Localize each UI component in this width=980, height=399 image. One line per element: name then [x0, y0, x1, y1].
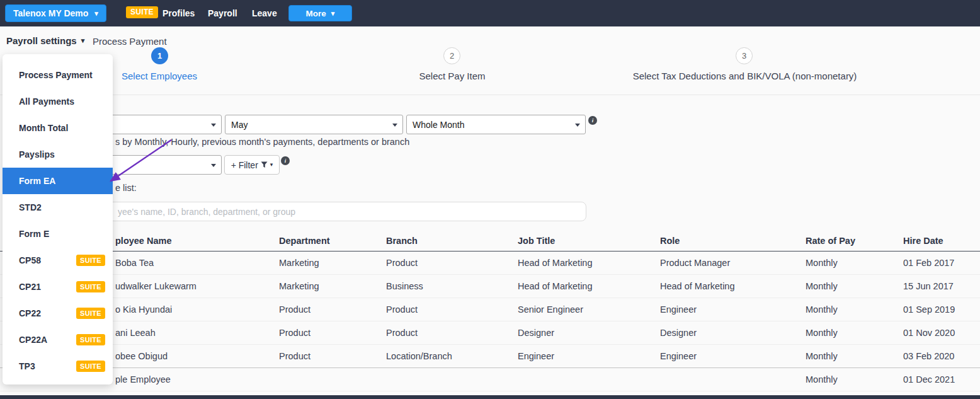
table-cell: 15 Jun 2017	[894, 281, 980, 291]
filter-button-label: + Filter	[231, 160, 258, 170]
menu-item-process-payment[interactable]: Process Payment	[3, 62, 113, 88]
table-cell: 01 Sep 2019	[894, 304, 980, 315]
table-cell: Engineer	[508, 351, 651, 361]
employee-row[interactable]: o Kia Hyundai Product Product Senior Eng…	[0, 298, 980, 321]
column-header-department: Department	[270, 236, 377, 246]
table-cell: Monthly	[796, 258, 894, 268]
menu-item-label: CP22A	[19, 335, 47, 345]
employee-row[interactable]: obee Obigud Product Location/Branch Engi…	[0, 345, 980, 368]
add-filter-button[interactable]: + Filter ▾	[224, 155, 280, 175]
table-cell: Monthly	[796, 328, 894, 338]
employee-row[interactable]: Boba Tea Marketing Product Head of Marke…	[0, 252, 980, 275]
employee-search-input[interactable]	[94, 202, 586, 221]
menu-item-cp21[interactable]: CP21SUITE	[3, 274, 113, 300]
info-icon[interactable]: i	[281, 156, 290, 165]
menu-item-label: CP22	[19, 308, 41, 318]
menu-item-label: TP3	[19, 361, 35, 371]
menu-item-form-e[interactable]: Form E	[3, 221, 113, 247]
select-value: May	[231, 120, 248, 130]
dropdown-arrow-icon	[575, 124, 580, 127]
employee-list-label: e list:	[115, 183, 137, 193]
employee-row[interactable]: ple Employee Monthly 01 Dec 2021	[0, 368, 980, 391]
table-cell: Product	[377, 328, 508, 338]
nav-profiles[interactable]: Profiles	[162, 8, 195, 18]
menu-item-label: All Payments	[19, 96, 74, 107]
table-cell: Monthly	[796, 304, 894, 315]
nav-leave[interactable]: Leave	[252, 8, 277, 18]
payroll-settings-dropdown[interactable]: Payroll settings ▾	[6, 35, 84, 46]
table-cell: Marketing	[270, 281, 377, 291]
table-cell: Monthly	[796, 374, 894, 385]
chevron-down-icon: ▾	[94, 10, 98, 17]
suite-badge: SUITE	[76, 255, 105, 266]
table-cell: 01 Feb 2017	[894, 258, 980, 268]
menu-item-form-ea[interactable]: Form EA	[3, 168, 113, 194]
table-cell: Product Manager	[651, 258, 796, 268]
month-select[interactable]: May	[225, 115, 403, 134]
table-cell: Location/Branch	[377, 351, 508, 361]
column-header-branch: Branch	[377, 236, 508, 246]
table-cell: Designer	[508, 328, 651, 338]
table-cell: Product	[270, 328, 377, 338]
menu-item-cp22[interactable]: CP22SUITE	[3, 300, 113, 327]
payroll-settings-label: Payroll settings	[6, 35, 77, 46]
suite-badge: SUITE	[76, 361, 105, 372]
menu-item-all-payments[interactable]: All Payments	[3, 88, 113, 115]
employee-table: ployee Name Department Branch Job Title …	[0, 230, 980, 391]
breadcrumb-current-page: Process Payment	[93, 36, 167, 47]
column-header-role: Role	[651, 236, 796, 246]
filter-funnel-icon	[261, 161, 268, 168]
table-cell: Head of Marketing	[508, 258, 651, 268]
nav-payroll[interactable]: Payroll	[208, 8, 237, 18]
employee-row[interactable]: udwalker Lukewarm Marketing Business Hea…	[0, 275, 980, 298]
table-cell: Marketing	[270, 258, 377, 268]
filter-hint-text: s by Monthly, Hourly, previous month's p…	[115, 137, 409, 147]
step-2-label: Select Pay Item	[399, 71, 506, 81]
table-header-row: ployee Name Department Branch Job Title …	[0, 230, 980, 252]
table-cell: Designer	[651, 328, 796, 338]
table-cell: Product	[270, 351, 377, 361]
pay-type-select[interactable]	[94, 115, 222, 134]
suite-badge: SUITE	[76, 308, 105, 319]
table-cell: Product	[377, 304, 508, 315]
table-cell: Business	[377, 281, 508, 291]
employee-row[interactable]: ani Leeah Product Product Designer Desig…	[0, 321, 980, 345]
step-2-circle[interactable]: 2	[443, 47, 460, 64]
menu-item-cp58[interactable]: CP58SUITE	[3, 247, 113, 274]
menu-item-label: STD2	[19, 202, 42, 212]
period-select[interactable]: Whole Month	[406, 115, 586, 134]
column-header-job-title: Job Title	[508, 236, 651, 246]
step-1-circle[interactable]: 1	[151, 47, 168, 64]
more-menu-button[interactable]: More ▾	[288, 5, 352, 21]
company-name: Talenox MY Demo	[13, 8, 88, 18]
menu-item-tp3[interactable]: TP3SUITE	[3, 353, 113, 379]
menu-item-std2[interactable]: STD2	[3, 194, 113, 221]
table-cell: Head of Marketing	[651, 281, 796, 291]
table-cell: 03 Feb 2020	[894, 351, 980, 361]
menu-item-month-total[interactable]: Month Total	[3, 115, 113, 141]
menu-item-payslips[interactable]: Payslips	[3, 141, 113, 168]
menu-item-label: CP58	[19, 255, 41, 265]
table-cell: Senior Engineer	[508, 304, 651, 315]
suite-badge: SUITE	[76, 334, 105, 345]
company-selector-button[interactable]: Talenox MY Demo ▾	[5, 4, 106, 22]
table-cell: Head of Marketing	[508, 281, 651, 291]
bottom-page-edge	[0, 395, 980, 399]
chevron-down-icon: ▾	[81, 37, 85, 44]
menu-item-cp22a[interactable]: CP22ASUITE	[3, 327, 113, 353]
table-cell: Product	[377, 258, 508, 268]
section-divider	[0, 95, 980, 95]
column-header-rate-of-pay: Rate of Pay	[796, 236, 894, 246]
step-3-circle[interactable]: 3	[736, 47, 753, 64]
payroll-settings-menu: Process Payment All Payments Month Total…	[3, 54, 113, 385]
group-filter-select[interactable]	[94, 155, 222, 175]
dropdown-arrow-icon	[392, 124, 397, 127]
table-cell: 01 Dec 2021	[894, 374, 980, 385]
suite-badge: SUITE	[126, 6, 158, 18]
step-1-label: Select Employees	[106, 71, 213, 81]
info-icon[interactable]: i	[588, 116, 597, 125]
top-navbar: Talenox MY Demo ▾ SUITE Profiles Payroll…	[0, 0, 980, 26]
step-3-label: Select Tax Deductions and BIK/VOLA (non-…	[586, 71, 904, 81]
dropdown-arrow-icon	[211, 164, 216, 167]
table-cell: Monthly	[796, 351, 894, 361]
